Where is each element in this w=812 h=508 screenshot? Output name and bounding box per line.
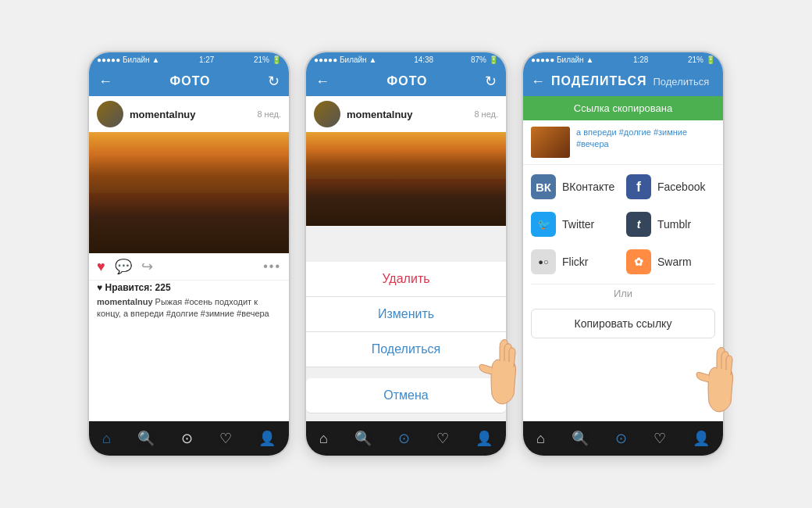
post-time-2: 8 нед.: [474, 109, 498, 119]
nav-bar-1: ← ФОТО ↻: [89, 66, 289, 96]
likes-count-1: ♥ Нравится: 225: [89, 281, 289, 295]
phone2-wrapper: ●●●●● Билайн ▲ 14:38 87% 🔋 ← ФОТО ↻ mome…: [304, 51, 508, 457]
fb-label: Facebook: [657, 181, 705, 193]
phone3-wrapper: ●●●●● Билайн ▲ 1:28 21% 🔋 ← ПОДЕЛИТЬСЯ П…: [522, 51, 725, 457]
status-bar-1: ●●●●● Билайн ▲ 1:27 21% 🔋: [89, 52, 289, 66]
share-grid: ВК ВКонтакте f Facebook 🐦 Twitter t Tumb…: [523, 165, 723, 284]
sw-label: Swarm: [657, 256, 692, 268]
avatar-2: [314, 101, 340, 127]
nav-search-1[interactable]: 🔍: [137, 430, 155, 447]
nav-profile-3[interactable]: 👤: [693, 430, 710, 447]
share-item-vk[interactable]: ВК ВКонтакте: [531, 174, 620, 199]
fb-icon: f: [626, 174, 651, 199]
action-gap: [306, 367, 506, 374]
nav-camera-1[interactable]: ⊙: [181, 430, 193, 447]
phone1: ●●●●● Билайн ▲ 1:27 21% 🔋 ← ФОТО ↻ momen…: [87, 51, 290, 457]
status-left-3: ●●●●● Билайн ▲: [531, 55, 593, 64]
status-bar-3: ●●●●● Билайн ▲ 1:28 21% 🔋: [523, 52, 723, 66]
nav-home-3[interactable]: ⌂: [536, 431, 545, 447]
share-title-sub: Поделиться: [653, 76, 709, 88]
avatar-1: [97, 101, 123, 127]
tm-label: Tumblr: [657, 218, 691, 231]
share-icon-1[interactable]: ↪: [141, 258, 153, 275]
nav-title-1: ФОТО: [170, 74, 211, 88]
status-left-2: ●●●●● Билайн ▲: [314, 55, 376, 64]
nav-heart-3[interactable]: ♡: [654, 430, 666, 447]
nav-search-3[interactable]: 🔍: [572, 430, 589, 447]
status-right-1: 21% 🔋: [254, 55, 281, 64]
nav-profile-2[interactable]: 👤: [475, 430, 493, 447]
phone2: ●●●●● Билайн ▲ 14:38 87% 🔋 ← ФОТО ↻ mome…: [304, 51, 508, 457]
nav-home-2[interactable]: ⌂: [319, 431, 328, 447]
tm-icon: t: [626, 212, 651, 237]
comment-icon-1[interactable]: 💬: [115, 258, 132, 275]
post-actions-1: ♥ 💬 ↪ •••: [89, 253, 289, 281]
status-time-2: 14:38: [414, 55, 433, 64]
post-image-1: [89, 132, 289, 253]
status-time-1: 1:27: [199, 55, 214, 64]
link-copied-banner: Ссылка скопирована: [523, 96, 723, 120]
tw-label: Twitter: [562, 218, 594, 231]
share-title-main: ПОДЕЛИТЬСЯ: [551, 74, 646, 88]
back-button-2[interactable]: ←: [315, 73, 329, 90]
nav-bar-2: ← ФОТО ↻: [306, 66, 506, 96]
share-item-tw[interactable]: 🐦 Twitter: [531, 212, 620, 237]
nav-search-2[interactable]: 🔍: [354, 430, 372, 447]
back-button-3[interactable]: ←: [531, 73, 545, 90]
status-time-3: 1:28: [633, 55, 648, 64]
action-share[interactable]: Поделиться: [306, 332, 506, 367]
vk-icon: ВК: [531, 174, 556, 199]
action-delete[interactable]: Удалить: [306, 262, 506, 297]
phone3: ●●●●● Билайн ▲ 1:28 21% 🔋 ← ПОДЕЛИТЬСЯ П…: [522, 51, 725, 457]
bottom-nav-3: ⌂ 🔍 ⊙ ♡ 👤: [523, 421, 723, 456]
refresh-button-2[interactable]: ↻: [485, 73, 497, 90]
action-edit[interactable]: Изменить: [306, 297, 506, 332]
vk-label: ВКонтакте: [562, 181, 614, 193]
status-right-2: 87% 🔋: [471, 55, 498, 64]
post-username-2[interactable]: momentalnuy: [347, 109, 413, 120]
bottom-nav-1: ⌂ 🔍 ⊙ ♡ 👤: [89, 421, 289, 456]
share-preview: а впереди #долгие #зимние #вечера: [523, 120, 723, 165]
sw-icon: ✿: [626, 249, 651, 274]
share-item-sw[interactable]: ✿ Swarm: [626, 249, 715, 274]
nav-heart-1[interactable]: ♡: [219, 430, 232, 447]
post-header-1: momentalnuy 8 нед.: [89, 96, 289, 132]
fl-label: Flickr: [562, 256, 588, 268]
nav-home-1[interactable]: ⌂: [102, 431, 111, 447]
copy-link-button[interactable]: Копировать ссылку: [531, 309, 715, 338]
nav-heart-2[interactable]: ♡: [436, 430, 449, 447]
share-or-divider: Или: [531, 284, 715, 306]
nav-profile-1[interactable]: 👤: [258, 430, 276, 447]
status-bar-2: ●●●●● Билайн ▲ 14:38 87% 🔋: [306, 52, 506, 66]
bottom-nav-2: ⌂ 🔍 ⊙ ♡ 👤: [306, 421, 506, 456]
action-cancel[interactable]: Отмена: [306, 378, 506, 413]
post-image-2: [306, 132, 506, 226]
post-caption-1: momentalnuy Рыжая #осень подходит к конц…: [89, 295, 289, 325]
share-preview-text: а впереди #долгие #зимние #вечера: [576, 127, 715, 151]
share-item-fl[interactable]: ●○ Flickr: [531, 249, 620, 274]
like-icon-1[interactable]: ♥: [97, 259, 105, 275]
more-menu-1[interactable]: •••: [263, 259, 281, 274]
post-username-1[interactable]: momentalnuy: [130, 109, 196, 120]
back-button-1[interactable]: ←: [98, 73, 112, 90]
share-title-bar: ← ПОДЕЛИТЬСЯ Поделиться: [523, 66, 723, 96]
refresh-button-1[interactable]: ↻: [268, 73, 280, 90]
share-item-fb[interactable]: f Facebook: [626, 174, 715, 199]
status-left-1: ●●●●● Билайн ▲: [97, 55, 159, 64]
status-right-3: 21% 🔋: [688, 55, 715, 64]
nav-camera-3[interactable]: ⊙: [615, 430, 627, 447]
share-item-tm[interactable]: t Tumblr: [626, 212, 715, 237]
phone1-wrapper: ●●●●● Билайн ▲ 1:27 21% 🔋 ← ФОТО ↻ momen…: [87, 51, 290, 457]
nav-title-2: ФОТО: [387, 74, 428, 88]
tw-icon: 🐦: [531, 212, 556, 237]
fl-icon: ●○: [531, 249, 556, 274]
share-preview-image: [531, 127, 570, 158]
nav-camera-2[interactable]: ⊙: [398, 430, 410, 447]
post-header-2: momentalnuy 8 нед.: [306, 96, 506, 132]
action-sheet: Удалить Изменить Поделиться Отмена: [306, 226, 506, 421]
post-time-1: 8 нед.: [257, 109, 281, 119]
